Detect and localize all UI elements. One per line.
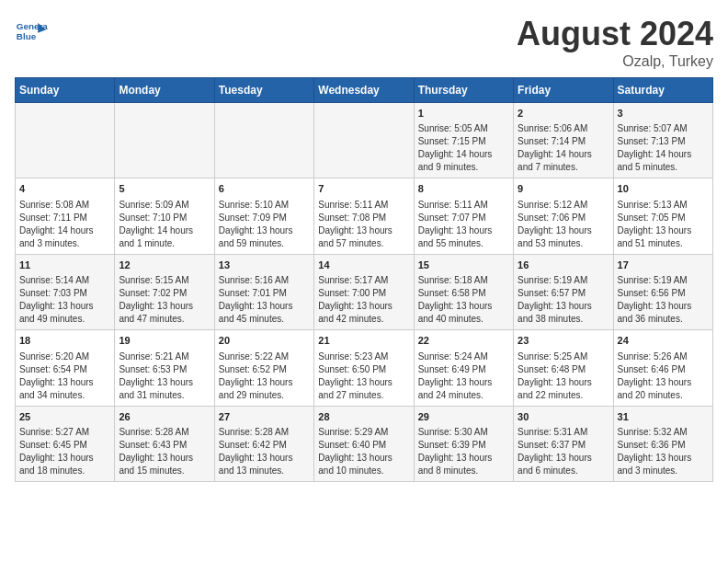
day-number: 22 xyxy=(418,334,509,348)
day-number: 15 xyxy=(418,259,509,272)
col-header-wednesday: Wednesday xyxy=(314,78,414,103)
day-number: 14 xyxy=(318,259,409,272)
day-number: 7 xyxy=(318,182,409,196)
col-header-saturday: Saturday xyxy=(613,78,712,103)
day-number: 26 xyxy=(119,410,210,424)
calendar-cell: 4Sunrise: 5:08 AM Sunset: 7:11 PM Daylig… xyxy=(16,178,115,254)
header-row: SundayMondayTuesdayWednesdayThursdayFrid… xyxy=(16,78,713,103)
calendar-cell: 6Sunrise: 5:10 AM Sunset: 7:09 PM Daylig… xyxy=(214,178,313,254)
main-title: August 2024 xyxy=(517,15,713,53)
calendar-cell: 1Sunrise: 5:05 AM Sunset: 7:15 PM Daylig… xyxy=(414,103,513,178)
week-row-3: 11Sunrise: 5:14 AM Sunset: 7:03 PM Dayli… xyxy=(16,254,713,329)
day-info: Sunrise: 5:18 AM Sunset: 6:58 PM Dayligh… xyxy=(418,274,509,326)
calendar-cell: 17Sunrise: 5:19 AM Sunset: 6:56 PM Dayli… xyxy=(613,254,712,329)
day-number: 6 xyxy=(219,182,310,196)
day-info: Sunrise: 5:22 AM Sunset: 6:52 PM Dayligh… xyxy=(219,350,310,402)
day-info: Sunrise: 5:29 AM Sunset: 6:40 PM Dayligh… xyxy=(318,426,409,477)
calendar-cell xyxy=(314,103,414,178)
calendar-cell: 31Sunrise: 5:32 AM Sunset: 6:36 PM Dayli… xyxy=(613,406,712,481)
calendar-cell: 20Sunrise: 5:22 AM Sunset: 6:52 PM Dayli… xyxy=(214,330,313,406)
day-info: Sunrise: 5:05 AM Sunset: 7:15 PM Dayligh… xyxy=(418,122,509,174)
col-header-monday: Monday xyxy=(115,78,214,103)
day-info: Sunrise: 5:20 AM Sunset: 6:54 PM Dayligh… xyxy=(19,350,110,402)
calendar-cell: 29Sunrise: 5:30 AM Sunset: 6:39 PM Dayli… xyxy=(414,406,513,481)
day-info: Sunrise: 5:13 AM Sunset: 7:05 PM Dayligh… xyxy=(618,199,709,250)
calendar-cell: 12Sunrise: 5:15 AM Sunset: 7:02 PM Dayli… xyxy=(115,254,214,329)
col-header-sunday: Sunday xyxy=(16,78,115,103)
day-number: 17 xyxy=(618,259,709,272)
day-info: Sunrise: 5:25 AM Sunset: 6:48 PM Dayligh… xyxy=(518,350,609,402)
day-number: 21 xyxy=(318,334,409,348)
calendar-cell: 23Sunrise: 5:25 AM Sunset: 6:48 PM Dayli… xyxy=(514,330,613,406)
day-number: 23 xyxy=(518,334,609,348)
day-info: Sunrise: 5:21 AM Sunset: 6:53 PM Dayligh… xyxy=(119,350,210,402)
week-row-4: 18Sunrise: 5:20 AM Sunset: 6:54 PM Dayli… xyxy=(16,330,713,406)
logo-icon: General Blue xyxy=(15,15,48,48)
day-info: Sunrise: 5:12 AM Sunset: 7:06 PM Dayligh… xyxy=(518,199,609,250)
day-info: Sunrise: 5:27 AM Sunset: 6:45 PM Dayligh… xyxy=(19,426,110,477)
day-number: 12 xyxy=(119,259,210,272)
day-info: Sunrise: 5:16 AM Sunset: 7:01 PM Dayligh… xyxy=(219,274,310,326)
calendar-cell: 16Sunrise: 5:19 AM Sunset: 6:57 PM Dayli… xyxy=(514,254,613,329)
title-block: August 2024 Ozalp, Turkey xyxy=(517,15,713,70)
day-number: 11 xyxy=(19,259,110,272)
calendar-cell: 25Sunrise: 5:27 AM Sunset: 6:45 PM Dayli… xyxy=(16,406,115,481)
calendar-cell: 7Sunrise: 5:11 AM Sunset: 7:08 PM Daylig… xyxy=(314,178,414,254)
week-row-2: 4Sunrise: 5:08 AM Sunset: 7:11 PM Daylig… xyxy=(16,178,713,254)
day-info: Sunrise: 5:14 AM Sunset: 7:03 PM Dayligh… xyxy=(19,274,110,326)
calendar-cell xyxy=(16,103,115,178)
calendar-cell: 11Sunrise: 5:14 AM Sunset: 7:03 PM Dayli… xyxy=(16,254,115,329)
calendar-cell: 21Sunrise: 5:23 AM Sunset: 6:50 PM Dayli… xyxy=(314,330,414,406)
day-info: Sunrise: 5:15 AM Sunset: 7:02 PM Dayligh… xyxy=(119,274,210,326)
logo: General Blue xyxy=(15,15,48,48)
day-number: 27 xyxy=(219,410,310,424)
day-number: 25 xyxy=(19,410,110,424)
day-info: Sunrise: 5:28 AM Sunset: 6:42 PM Dayligh… xyxy=(219,426,310,477)
day-info: Sunrise: 5:23 AM Sunset: 6:50 PM Dayligh… xyxy=(318,350,409,402)
col-header-thursday: Thursday xyxy=(414,78,513,103)
calendar-cell: 3Sunrise: 5:07 AM Sunset: 7:13 PM Daylig… xyxy=(613,103,712,178)
col-header-tuesday: Tuesday xyxy=(214,78,313,103)
day-number: 1 xyxy=(418,107,509,121)
day-info: Sunrise: 5:19 AM Sunset: 6:57 PM Dayligh… xyxy=(518,274,609,326)
day-number: 9 xyxy=(518,182,609,196)
col-header-friday: Friday xyxy=(514,78,613,103)
calendar-cell: 10Sunrise: 5:13 AM Sunset: 7:05 PM Dayli… xyxy=(613,178,712,254)
day-number: 10 xyxy=(618,182,709,196)
day-info: Sunrise: 5:32 AM Sunset: 6:36 PM Dayligh… xyxy=(618,426,709,477)
day-info: Sunrise: 5:09 AM Sunset: 7:10 PM Dayligh… xyxy=(119,199,210,250)
calendar-cell: 24Sunrise: 5:26 AM Sunset: 6:46 PM Dayli… xyxy=(613,330,712,406)
calendar-table: SundayMondayTuesdayWednesdayThursdayFrid… xyxy=(15,77,713,482)
day-info: Sunrise: 5:07 AM Sunset: 7:13 PM Dayligh… xyxy=(618,122,709,174)
day-info: Sunrise: 5:19 AM Sunset: 6:56 PM Dayligh… xyxy=(618,274,709,326)
day-number: 31 xyxy=(618,410,709,424)
calendar-cell xyxy=(115,103,214,178)
calendar-cell: 22Sunrise: 5:24 AM Sunset: 6:49 PM Dayli… xyxy=(414,330,513,406)
day-info: Sunrise: 5:30 AM Sunset: 6:39 PM Dayligh… xyxy=(418,426,509,477)
day-number: 19 xyxy=(119,334,210,348)
day-info: Sunrise: 5:10 AM Sunset: 7:09 PM Dayligh… xyxy=(219,199,310,250)
day-number: 24 xyxy=(618,334,709,348)
day-number: 20 xyxy=(219,334,310,348)
calendar-cell: 14Sunrise: 5:17 AM Sunset: 7:00 PM Dayli… xyxy=(314,254,414,329)
day-number: 2 xyxy=(518,107,609,121)
calendar-cell: 19Sunrise: 5:21 AM Sunset: 6:53 PM Dayli… xyxy=(115,330,214,406)
day-number: 13 xyxy=(219,259,310,272)
calendar-cell: 13Sunrise: 5:16 AM Sunset: 7:01 PM Dayli… xyxy=(214,254,313,329)
day-number: 30 xyxy=(518,410,609,424)
day-number: 28 xyxy=(318,410,409,424)
day-info: Sunrise: 5:06 AM Sunset: 7:14 PM Dayligh… xyxy=(518,122,609,174)
week-row-1: 1Sunrise: 5:05 AM Sunset: 7:15 PM Daylig… xyxy=(16,103,713,178)
day-number: 5 xyxy=(119,182,210,196)
day-info: Sunrise: 5:08 AM Sunset: 7:11 PM Dayligh… xyxy=(19,199,110,250)
calendar-cell: 5Sunrise: 5:09 AM Sunset: 7:10 PM Daylig… xyxy=(115,178,214,254)
day-number: 16 xyxy=(518,259,609,272)
day-number: 8 xyxy=(418,182,509,196)
day-number: 4 xyxy=(19,182,110,196)
calendar-cell xyxy=(214,103,313,178)
calendar-cell: 28Sunrise: 5:29 AM Sunset: 6:40 PM Dayli… xyxy=(314,406,414,481)
calendar-cell: 9Sunrise: 5:12 AM Sunset: 7:06 PM Daylig… xyxy=(514,178,613,254)
day-info: Sunrise: 5:17 AM Sunset: 7:00 PM Dayligh… xyxy=(318,274,409,326)
day-info: Sunrise: 5:31 AM Sunset: 6:37 PM Dayligh… xyxy=(518,426,609,477)
calendar-cell: 2Sunrise: 5:06 AM Sunset: 7:14 PM Daylig… xyxy=(514,103,613,178)
